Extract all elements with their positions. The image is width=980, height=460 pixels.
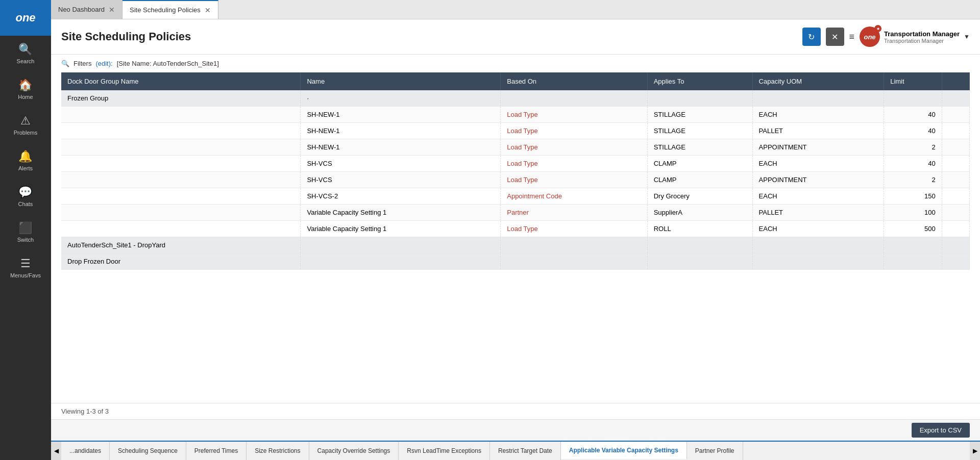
cell-name-8: Variable Capacity Setting 1	[301, 221, 501, 237]
cell-name-2: SH-NEW-1	[301, 123, 501, 139]
star-icon: ★	[876, 27, 880, 31]
cell-capacity_uom-3: APPOINTMENT	[752, 139, 884, 156]
cell-dock_door_group_name-4	[61, 156, 301, 172]
bottom-tab-0[interactable]: ...andidates	[61, 442, 110, 460]
cell-name-9	[301, 237, 501, 253]
cell-applies_to-10	[647, 253, 752, 270]
page-title: Site Scheduling Policies	[61, 30, 191, 43]
cell-applies_to-2: STILLAGE	[647, 123, 752, 139]
tab-close-icon[interactable]: ✕	[205, 6, 211, 14]
user-name: Transportation Manager	[884, 30, 960, 38]
table-body: Frozen Group·SH-NEW-1Load TypeSTILLAGEEA…	[61, 90, 970, 270]
cell-based_on-5[interactable]: Load Type	[501, 172, 647, 188]
table-wrapper: Dock Door Group NameNameBased OnApplies …	[51, 72, 980, 403]
bottom-tab-6[interactable]: Restrict Target Date	[490, 442, 561, 460]
cell-dock_door_group_name-0: Frozen Group	[61, 90, 301, 107]
col-header-applies_to: Applies To	[647, 72, 752, 90]
cell-name-6: SH-VCS-2	[301, 188, 501, 205]
cell-limit-10	[884, 253, 942, 270]
cell-name-3: SH-NEW-1	[301, 139, 501, 156]
viewing-text: Viewing 1-3 of 3	[51, 403, 980, 419]
cell-name-0: ·	[301, 90, 501, 107]
sidebar-item-label: Problems	[14, 130, 37, 136]
filter-edit[interactable]: (edit):	[95, 60, 112, 67]
bottom-tab-7[interactable]: Applicable Variable Capacity Settings	[561, 442, 687, 459]
bottom-tab-5[interactable]: Rsvn LeadTime Exceptions	[399, 442, 490, 460]
cell-name-5: SH-VCS	[301, 172, 501, 188]
switch-icon: ⬛	[18, 221, 32, 235]
cell-based_on-3[interactable]: Load Type	[501, 139, 647, 156]
cell-name-7: Variable Capacity Setting 1	[301, 205, 501, 221]
cell-limit-8: 500	[884, 221, 942, 237]
data-table: Dock Door Group NameNameBased OnApplies …	[61, 72, 970, 270]
col-header-extra	[942, 72, 969, 90]
cell-capacity_uom-9	[752, 237, 884, 253]
tab-label: Site Scheduling Policies	[130, 6, 201, 14]
sidebar-item-chats[interactable]: 💬Chats	[10, 178, 41, 214]
cell-capacity_uom-7: PALLET	[752, 205, 884, 221]
bottom-tab-2[interactable]: Preferred Times	[186, 442, 247, 460]
table-row: Frozen Group·	[61, 90, 970, 107]
header-actions: ↻ ✕ ≡ one ★ Transportation Manager Trans…	[802, 27, 970, 47]
cell-limit-5: 2	[884, 172, 942, 188]
cell-capacity_uom-2: PALLET	[752, 123, 884, 139]
alerts-icon: 🔔	[18, 150, 32, 163]
avatar: one ★	[860, 27, 880, 47]
cell-name-1: SH-NEW-1	[301, 107, 501, 123]
scroll-left-button[interactable]: ◀	[51, 442, 61, 460]
sidebar-item-search[interactable]: 🔍Search	[10, 36, 41, 71]
cell-extra	[942, 172, 969, 188]
table-row: Variable Capacity Setting 1PartnerSuppli…	[61, 205, 970, 221]
col-header-capacity_uom: Capacity UOM	[752, 72, 884, 90]
export-csv-button[interactable]: Export to CSV	[912, 423, 970, 438]
bottom-tab-4[interactable]: Capacity Override Settings	[309, 442, 399, 460]
sidebar-item-switch[interactable]: ⬛Switch	[10, 214, 41, 250]
bottom-tab-8[interactable]: Partner Profile	[687, 442, 743, 460]
cell-name-4: SH-VCS	[301, 156, 501, 172]
tab-0[interactable]: Neo Dashboard✕	[51, 0, 122, 19]
user-dropdown-icon[interactable]: ▼	[964, 33, 970, 40]
tab-close-icon[interactable]: ✕	[109, 6, 115, 14]
sidebar-item-problems[interactable]: ⚠Problems	[10, 107, 41, 143]
content-header: Site Scheduling Policies ↻ ✕ ≡ one ★ Tra…	[51, 19, 980, 55]
col-header-based_on: Based On	[501, 72, 647, 90]
problems-icon: ⚠	[20, 114, 31, 127]
cell-based_on-2[interactable]: Load Type	[501, 123, 647, 139]
refresh-button[interactable]: ↻	[802, 28, 821, 46]
scroll-right-button[interactable]: ▶	[970, 442, 980, 460]
cell-based_on-9	[501, 237, 647, 253]
cell-applies_to-9	[647, 237, 752, 253]
cell-based_on-1[interactable]: Load Type	[501, 107, 647, 123]
cell-dock_door_group_name-6	[61, 188, 301, 205]
bottom-tabs: ◀ ...andidatesScheduling SequencePreferr…	[51, 441, 980, 460]
table-row: SH-VCSLoad TypeCLAMPAPPOINTMENT2	[61, 172, 970, 188]
table-header: Dock Door Group NameNameBased OnApplies …	[61, 72, 970, 90]
cell-based_on-8[interactable]: Load Type	[501, 221, 647, 237]
cell-based_on-6[interactable]: Appointment Code	[501, 188, 647, 205]
app-logo[interactable]: one	[0, 0, 51, 36]
home-icon: 🏠	[18, 79, 32, 92]
cell-applies_to-4: CLAMP	[647, 156, 752, 172]
menu-button[interactable]: ≡	[849, 32, 855, 42]
cell-applies_to-3: STILLAGE	[647, 139, 752, 156]
cell-applies_to-7: SupplierA	[647, 205, 752, 221]
bottom-section: Viewing 1-3 of 3 Export to CSV	[51, 403, 980, 441]
bottom-tab-1[interactable]: Scheduling Sequence	[110, 442, 186, 460]
cell-based_on-4[interactable]: Load Type	[501, 156, 647, 172]
tab-1[interactable]: Site Scheduling Policies✕	[122, 0, 218, 19]
sidebar-item-alerts[interactable]: 🔔Alerts	[10, 143, 41, 178]
bottom-tab-3[interactable]: Size Restrictions	[247, 442, 309, 460]
col-header-limit: Limit	[884, 72, 942, 90]
cell-limit-9	[884, 237, 942, 253]
cell-applies_to-0	[647, 90, 752, 107]
sidebar-item-home[interactable]: 🏠Home	[10, 71, 41, 107]
cell-applies_to-5: CLAMP	[647, 172, 752, 188]
cell-extra	[942, 90, 969, 107]
cell-based_on-7[interactable]: Partner	[501, 205, 647, 221]
sidebar-item-menus[interactable]: ☰Menus/Favs	[10, 250, 41, 286]
cell-dock_door_group_name-2	[61, 123, 301, 139]
user-badge: ★	[874, 25, 881, 32]
cell-extra	[942, 221, 969, 237]
close-button[interactable]: ✕	[826, 28, 844, 46]
avatar-text: one	[864, 33, 875, 41]
